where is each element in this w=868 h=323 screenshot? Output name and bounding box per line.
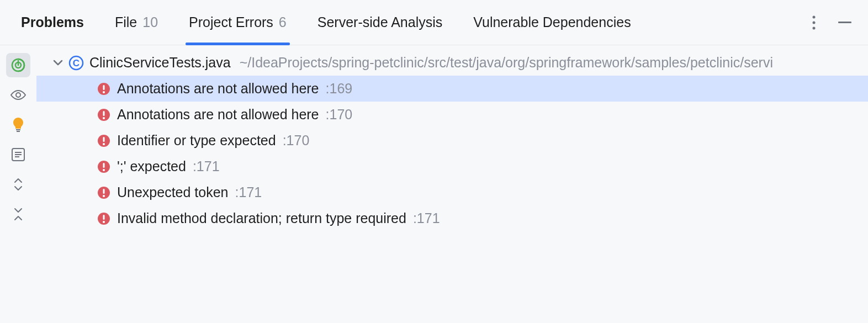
error-row[interactable]: Unexpected token :171: [36, 179, 868, 205]
svg-rect-31: [103, 215, 105, 220]
file-row[interactable]: C ClinicServiceTests.java ~/IdeaProjects…: [36, 50, 868, 76]
target-icon: [10, 57, 26, 73]
error-icon: [97, 108, 110, 121]
tab-label: Project Errors: [189, 14, 273, 30]
error-row[interactable]: Invalid method declaration; return type …: [36, 205, 868, 231]
svg-point-29: [103, 195, 105, 197]
minimize-icon: [838, 22, 851, 24]
sidebar-target-button[interactable]: [6, 53, 30, 77]
tab-vulnerable-dependencies[interactable]: Vulnerable Dependencies: [458, 0, 646, 45]
chevron-down-icon[interactable]: [53, 60, 63, 66]
svg-point-1: [813, 21, 816, 24]
sidebar: [0, 45, 36, 323]
error-message: ';' expected: [117, 158, 186, 174]
svg-rect-19: [103, 111, 105, 116]
tab-label: Vulnerable Dependencies: [473, 14, 631, 30]
error-icon: [97, 160, 110, 173]
lightbulb-icon: [12, 117, 25, 133]
error-row[interactable]: Identifier or type expected :170: [36, 128, 868, 153]
chevron-expand-icon: [13, 178, 24, 191]
error-icon: [97, 186, 110, 199]
tab-count: 6: [279, 14, 287, 30]
tab-bar: Problems File 10 Project Errors 6 Server…: [0, 0, 868, 45]
error-row[interactable]: ';' expected :171: [36, 153, 868, 179]
svg-point-26: [103, 169, 105, 171]
class-badge-icon: C: [68, 55, 84, 71]
error-line-number: :171: [235, 184, 262, 200]
tab-server-side-analysis[interactable]: Server-side Analysis: [302, 0, 458, 45]
svg-point-32: [103, 221, 105, 223]
kebab-menu-icon: [812, 15, 816, 30]
file-name: ClinicServiceTests.java: [89, 55, 231, 71]
svg-point-2: [813, 27, 816, 29]
error-row[interactable]: Annotations are not allowed here :169: [36, 76, 868, 102]
svg-point-23: [103, 143, 105, 145]
svg-point-20: [103, 117, 105, 119]
svg-rect-8: [17, 131, 20, 132]
error-message: Identifier or type expected: [117, 133, 276, 149]
error-tree: C ClinicServiceTests.java ~/IdeaProjects…: [36, 45, 868, 323]
svg-rect-3: [838, 22, 851, 23]
sidebar-eye-button[interactable]: [6, 83, 30, 107]
svg-rect-28: [103, 189, 105, 194]
error-line-number: :171: [413, 210, 440, 226]
error-icon: [97, 82, 110, 96]
error-line-number: :169: [326, 81, 353, 97]
minimize-button[interactable]: [836, 14, 854, 31]
tab-problems[interactable]: Problems: [6, 0, 99, 45]
error-line-number: :171: [193, 158, 220, 174]
more-options-button[interactable]: [805, 14, 823, 31]
svg-point-6: [16, 93, 20, 97]
tab-label: File: [115, 14, 137, 30]
svg-rect-25: [103, 163, 105, 168]
svg-point-0: [813, 15, 816, 18]
error-icon: [97, 134, 110, 147]
error-row[interactable]: Annotations are not allowed here :170: [36, 102, 868, 128]
svg-rect-7: [16, 129, 20, 130]
chevron-collapse-icon: [13, 208, 24, 221]
eye-icon: [10, 89, 27, 100]
tab-file[interactable]: File 10: [99, 0, 173, 45]
svg-text:C: C: [73, 58, 80, 68]
tab-project-errors[interactable]: Project Errors 6: [173, 0, 302, 45]
error-message: Unexpected token: [117, 184, 229, 200]
tab-label: Server-side Analysis: [317, 14, 442, 30]
sidebar-collapse-button[interactable]: [6, 202, 30, 226]
tab-count: 10: [142, 14, 158, 30]
sidebar-list-button[interactable]: [6, 142, 30, 167]
error-line-number: :170: [283, 133, 310, 149]
sidebar-bulb-button[interactable]: [6, 113, 30, 137]
error-message: Invalid method declaration; return type …: [117, 210, 406, 226]
error-icon: [97, 212, 110, 225]
error-message: Annotations are not allowed here: [117, 107, 319, 123]
list-icon: [11, 147, 25, 162]
error-message: Annotations are not allowed here: [117, 81, 319, 97]
tab-label: Problems: [21, 14, 84, 30]
svg-point-17: [103, 91, 105, 93]
file-path: ~/IdeaProjects/spring-petclinic/src/test…: [240, 55, 773, 71]
svg-rect-16: [103, 85, 105, 90]
svg-rect-22: [103, 137, 105, 142]
sidebar-expand-button[interactable]: [6, 172, 30, 197]
error-line-number: :170: [326, 107, 353, 123]
